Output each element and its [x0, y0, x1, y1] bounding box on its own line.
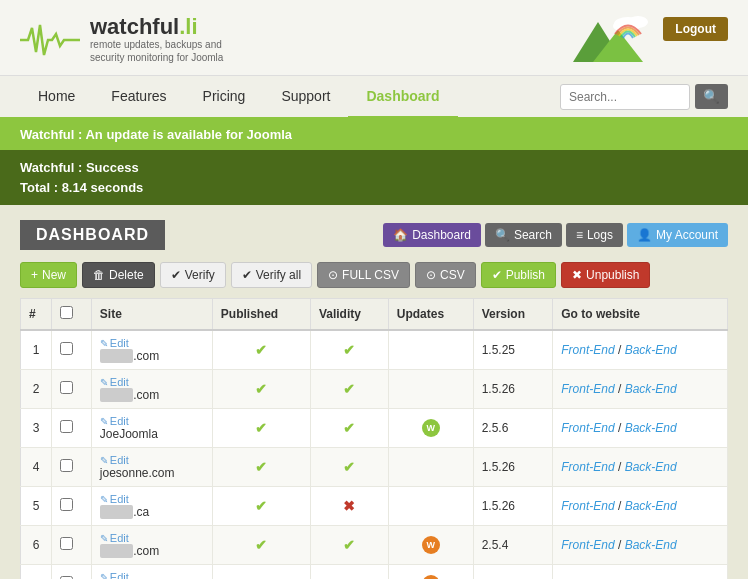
published-check-icon: ✔: [255, 459, 267, 475]
row-validity: ✔: [310, 526, 388, 565]
frontend-link[interactable]: Front-End: [561, 538, 614, 552]
frontend-link[interactable]: Front-End: [561, 499, 614, 513]
blurred-site: [100, 544, 133, 558]
row-checkbox-cell: [52, 487, 92, 526]
backend-link[interactable]: Back-End: [625, 343, 677, 357]
page-header: watchful.li remote updates, backups and …: [0, 0, 748, 76]
search-button[interactable]: 🔍: [695, 84, 728, 109]
published-check-icon: ✔: [255, 420, 267, 436]
row-updates: [388, 487, 473, 526]
mountain-icon: [563, 12, 653, 67]
backend-link[interactable]: Back-End: [625, 460, 677, 474]
validity-check-icon: ✔: [343, 381, 355, 397]
row-site: ✎ Edit joesonne.com: [91, 448, 212, 487]
nav-item-pricing[interactable]: Pricing: [185, 76, 264, 119]
site-name: joesonne.com: [100, 466, 175, 480]
frontend-link[interactable]: Front-End: [561, 382, 614, 396]
validity-check-icon: ✔: [343, 459, 355, 475]
nav-links: Home Features Pricing Support Dashboard: [20, 76, 458, 117]
row-num: 6: [21, 526, 52, 565]
backend-link[interactable]: Back-End: [625, 421, 677, 435]
top-dashboard-button[interactable]: 🏠 Dashboard: [383, 223, 481, 247]
site-name: JoeJoomla: [100, 427, 158, 441]
row-checkbox[interactable]: [60, 498, 73, 511]
row-goto: Front-End / Back-End: [553, 526, 728, 565]
sites-table: # Site Published Validity Updates Versio…: [20, 298, 728, 579]
col-site: Site: [91, 299, 212, 331]
nav-item-features[interactable]: Features: [93, 76, 184, 119]
published-check-icon: ✔: [255, 498, 267, 514]
site-name: .com: [100, 349, 159, 363]
backend-link[interactable]: Back-End: [625, 538, 677, 552]
trash-icon: 🗑: [93, 268, 105, 282]
row-checkbox[interactable]: [60, 420, 73, 433]
row-num: 2: [21, 370, 52, 409]
row-num: 1: [21, 330, 52, 370]
row-checkbox-cell: [52, 330, 92, 370]
pencil-icon: ✎: [100, 377, 108, 388]
logo-area: watchful.li remote updates, backups and …: [20, 16, 223, 64]
nav-item-dashboard[interactable]: Dashboard: [348, 76, 457, 119]
row-num: 7: [21, 565, 52, 580]
row-checkbox[interactable]: [60, 381, 73, 394]
table-row: 3✎ Edit JoeJoomla✔✔W2.5.6Front-End / Bac…: [21, 409, 728, 448]
top-account-button[interactable]: 👤 My Account: [627, 223, 728, 247]
col-hash: #: [21, 299, 52, 331]
blurred-site: [100, 349, 133, 363]
new-button[interactable]: + New: [20, 262, 77, 288]
edit-link[interactable]: ✎ Edit: [100, 415, 204, 427]
verify-all-button[interactable]: ✔ Verify all: [231, 262, 312, 288]
edit-link[interactable]: ✎ Edit: [100, 337, 204, 349]
top-logs-button[interactable]: ≡ Logs: [566, 223, 623, 247]
row-version: 2.5.6: [473, 409, 553, 448]
edit-link[interactable]: ✎ Edit: [100, 571, 204, 579]
row-updates: [388, 370, 473, 409]
updates-watchful-orange-icon: W: [422, 536, 440, 554]
backend-link[interactable]: Back-End: [625, 499, 677, 513]
dashboard-header: DASHBOARD 🏠 Dashboard 🔍 Search ≡ Logs 👤 …: [20, 220, 728, 250]
row-updates: W: [388, 409, 473, 448]
edit-link[interactable]: ✎ Edit: [100, 454, 204, 466]
pencil-icon: ✎: [100, 416, 108, 427]
backend-link[interactable]: Back-End: [625, 382, 677, 396]
table-row: 4✎ Edit joesonne.com✔✔1.5.26Front-End / …: [21, 448, 728, 487]
row-checkbox[interactable]: [60, 459, 73, 472]
pencil-icon: ✎: [100, 572, 108, 580]
frontend-link[interactable]: Front-End: [561, 421, 614, 435]
col-check: [52, 299, 92, 331]
search-input[interactable]: [560, 84, 690, 110]
logo-name: watchful.li: [90, 16, 223, 38]
row-checkbox[interactable]: [60, 537, 73, 550]
table-row: 5✎ Edit .ca✔✖1.5.26Front-End / Back-End: [21, 487, 728, 526]
edit-link[interactable]: ✎ Edit: [100, 376, 204, 388]
published-check-icon: ✔: [255, 381, 267, 397]
select-all-checkbox[interactable]: [60, 306, 73, 319]
unpublish-button[interactable]: ✖ Unpublish: [561, 262, 650, 288]
frontend-link[interactable]: Front-End: [561, 343, 614, 357]
row-goto: Front-End / Back-End: [553, 370, 728, 409]
row-checkbox-cell: [52, 370, 92, 409]
logout-button[interactable]: Logout: [663, 17, 728, 41]
edit-link[interactable]: ✎ Edit: [100, 532, 204, 544]
edit-link[interactable]: ✎ Edit: [100, 493, 204, 505]
row-site: ✎ Edit .com: [91, 370, 212, 409]
nav-item-support[interactable]: Support: [263, 76, 348, 119]
updates-watchful-orange-icon: W: [422, 575, 440, 579]
delete-button[interactable]: 🗑 Delete: [82, 262, 155, 288]
row-version: 1.5.26: [473, 370, 553, 409]
verify-button[interactable]: ✔ Verify: [160, 262, 226, 288]
nav-item-home[interactable]: Home: [20, 76, 93, 119]
full-csv-button[interactable]: ⊙ FULL CSV: [317, 262, 410, 288]
row-checkbox-cell: [52, 565, 92, 580]
list-icon: ≡: [576, 228, 583, 242]
row-goto: Front-End / Back-End: [553, 448, 728, 487]
frontend-link[interactable]: Front-End: [561, 460, 614, 474]
top-search-button[interactable]: 🔍 Search: [485, 223, 562, 247]
updates-watchful-icon: W: [422, 419, 440, 437]
csv-button[interactable]: ⊙ CSV: [415, 262, 476, 288]
logo-text: watchful.li remote updates, backups and …: [90, 16, 223, 64]
row-checkbox[interactable]: [60, 342, 73, 355]
validity-check-icon: ✔: [343, 420, 355, 436]
publish-button[interactable]: ✔ Publish: [481, 262, 556, 288]
row-updates: [388, 448, 473, 487]
